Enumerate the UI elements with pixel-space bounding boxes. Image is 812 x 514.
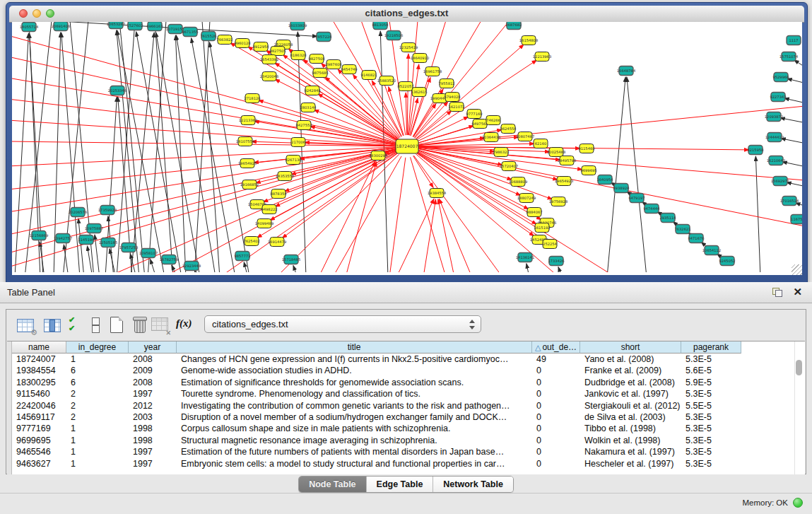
cell-pagerank-row8[interactable]: 5.3E-5 [681, 446, 741, 458]
cell-out_de-row7[interactable]: 0 [532, 435, 580, 447]
cell-title-row3[interactable]: Tourette syndrome. Phenomenology and cla… [177, 388, 532, 400]
network-canvas[interactable]: 1872400714055714206914061065328715276026… [12, 22, 802, 275]
node-table[interactable]: namein_degreeyeartitle△out_de…shortpager… [7, 341, 805, 474]
float-panel-icon[interactable] [772, 288, 782, 297]
table-options-icon[interactable]: ⚙ [16, 316, 36, 335]
cell-name-row7[interactable]: 9699695 [12, 435, 66, 447]
cell-title-row4[interactable]: Investigating the contribution of common… [177, 400, 532, 412]
vertical-scrollbar[interactable] [796, 360, 802, 375]
cell-out_de-row1[interactable]: 0 [532, 365, 580, 377]
cell-year-row6[interactable]: 1998 [129, 423, 177, 435]
cell-title-row5[interactable]: Disruption of a novel member of a sodium… [177, 411, 532, 424]
edge[interactable] [794, 60, 802, 68]
edge[interactable] [148, 22, 166, 272]
edge[interactable] [755, 156, 760, 272]
edge[interactable] [151, 259, 156, 272]
column-header-out_de[interactable]: △out_de… [532, 341, 580, 354]
edge[interactable] [780, 118, 802, 123]
edge[interactable] [389, 158, 406, 272]
edge[interactable] [15, 33, 28, 272]
cell-year-row7[interactable]: 1998 [129, 435, 177, 447]
cell-in_degree-row8[interactable]: 1 [66, 446, 129, 458]
tab-node-table[interactable]: Node Table [299, 477, 365, 492]
cell-pagerank-row1[interactable]: 5.6E-5 [681, 365, 741, 377]
cell-title-row1[interactable]: Genome-wide association studies in ADHD. [177, 365, 532, 377]
cell-year-row4[interactable]: 2012 [129, 400, 177, 412]
cell-name-row0[interactable]: 18724007 [12, 354, 66, 366]
citation-network-graph[interactable]: 1872400714055714206914061065328715276026… [12, 22, 802, 272]
cell-year-row8[interactable]: 1997 [129, 446, 177, 458]
cell-title-row8[interactable]: Estimation of the future numbers of pati… [177, 446, 532, 458]
cell-year-row1[interactable]: 2009 [129, 365, 177, 377]
edge[interactable] [12, 148, 396, 212]
cell-out_de-row6[interactable]: 0 [532, 423, 580, 435]
cell-name-row3[interactable]: 9115460 [12, 388, 66, 400]
cell-in_degree-row6[interactable]: 1 [66, 423, 129, 435]
cell-in_degree-row4[interactable]: 2 [66, 400, 129, 412]
cell-year-row3[interactable]: 1997 [129, 388, 177, 400]
edge[interactable] [781, 139, 802, 144]
cell-pagerank-row0[interactable]: 5.3E-5 [681, 354, 741, 366]
cell-short-row3[interactable]: Jankovic et al. (1997) [580, 388, 681, 400]
cell-name-row4[interactable]: 22420046 [12, 400, 66, 412]
cell-in_degree-row3[interactable]: 2 [66, 388, 129, 400]
cell-name-row1[interactable]: 19384554 [12, 365, 66, 377]
cell-pagerank-row6[interactable]: 5.3E-5 [681, 423, 741, 435]
edge[interactable] [407, 54, 408, 135]
cell-in_degree-row0[interactable]: 1 [66, 354, 129, 366]
row-height-icon[interactable] [87, 316, 107, 335]
column-header-in_degree[interactable]: in_degree [66, 341, 129, 354]
cell-in_degree-row7[interactable]: 1 [66, 435, 129, 447]
column-header-title[interactable]: title [177, 341, 532, 354]
cell-title-row6[interactable]: Corpus callosum shape and size in male p… [177, 423, 532, 435]
select-all-icon[interactable]: ✔ ✔ [66, 316, 86, 335]
edge[interactable] [411, 22, 446, 136]
cell-short-row1[interactable]: Franke et al. (2009) [580, 365, 681, 377]
cell-year-row5[interactable]: 2003 [129, 411, 177, 424]
tab-network-table[interactable]: Network Table [433, 477, 513, 492]
edge[interactable] [784, 98, 802, 103]
column-header-year[interactable]: year [129, 341, 177, 354]
cell-pagerank-row5[interactable]: 5.3E-5 [681, 411, 741, 424]
edge[interactable] [406, 93, 406, 135]
cell-title-row7[interactable]: Structural magnetic resonance image aver… [177, 435, 532, 447]
cell-title-row2[interactable]: Estimation of significance thresholds fo… [177, 377, 532, 389]
cell-name-row2[interactable]: 18300295 [12, 377, 66, 389]
cell-year-row0[interactable]: 2008 [129, 354, 177, 366]
cell-name-row9[interactable]: 9463627 [12, 458, 66, 470]
function-builder-icon[interactable]: f(x) [176, 316, 196, 335]
cell-out_de-row3[interactable]: 0 [532, 388, 580, 400]
cell-short-row2[interactable]: Dudbridge et al. (2008) [580, 377, 681, 389]
edge[interactable] [156, 33, 200, 272]
cell-out_de-row2[interactable]: 0 [532, 377, 580, 389]
edge[interactable] [627, 77, 647, 272]
edge[interactable] [293, 266, 298, 272]
cell-pagerank-row9[interactable]: 5.3E-5 [681, 458, 741, 470]
cell-out_de-row9[interactable]: 0 [532, 458, 580, 470]
edge[interactable] [210, 42, 249, 272]
edge[interactable] [175, 35, 186, 272]
cell-pagerank-row4[interactable]: 5.5E-5 [681, 400, 741, 412]
cell-year-row2[interactable]: 2008 [129, 377, 177, 389]
cell-pagerank-row2[interactable]: 5.9E-5 [681, 377, 741, 389]
cell-in_degree-row2[interactable]: 6 [66, 377, 129, 389]
edge[interactable] [87, 246, 93, 272]
cell-in_degree-row1[interactable]: 6 [66, 365, 129, 377]
column-header-name[interactable]: name [12, 341, 66, 354]
edge[interactable] [415, 102, 448, 139]
cell-short-row7[interactable]: Wolkin et al. (1998) [580, 435, 681, 447]
cell-year-row9[interactable]: 1997 [129, 458, 177, 470]
edge[interactable] [176, 35, 216, 272]
cell-short-row8[interactable]: Nakamura et al. (1997) [580, 446, 681, 458]
delete-table-icon[interactable]: ✕ [151, 316, 170, 335]
cell-short-row0[interactable]: Yano et al. (2008) [580, 354, 681, 366]
edge[interactable] [787, 78, 802, 83]
edge[interactable] [526, 264, 529, 272]
edge[interactable] [439, 199, 471, 272]
cell-out_de-row5[interactable]: 0 [532, 411, 580, 424]
edge[interactable] [396, 199, 434, 272]
cell-in_degree-row9[interactable]: 1 [66, 458, 129, 470]
cell-short-row4[interactable]: Stergiakouli et al. (2012) [580, 400, 681, 412]
cell-short-row6[interactable]: Tibbo et al. (1998) [580, 423, 681, 435]
cell-title-row9[interactable]: Embryonic stem cells: a model to study s… [177, 458, 532, 470]
